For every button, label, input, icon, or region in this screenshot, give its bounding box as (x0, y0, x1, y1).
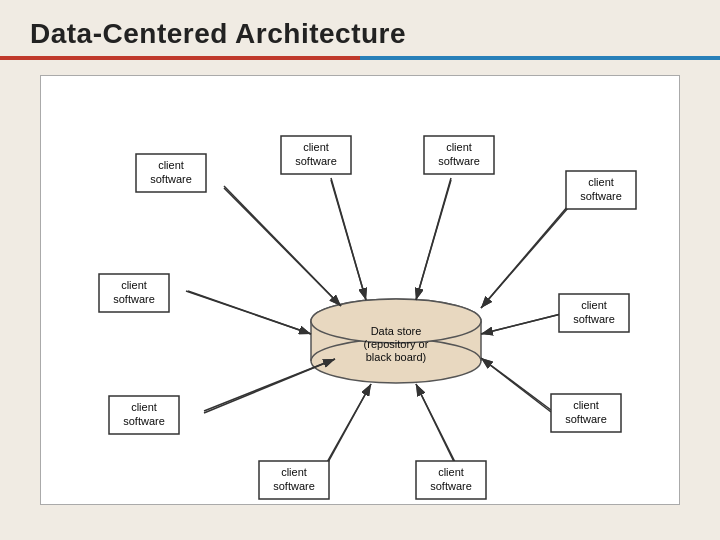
client-label-top-center-left2: software (295, 155, 337, 167)
client-label-top-left: client (158, 159, 184, 171)
svg-line-17 (416, 384, 456, 466)
client-label-bot-center-right2: software (430, 480, 472, 492)
datastore-label: Data store (371, 325, 422, 337)
client-label-bot-center-right: client (438, 466, 464, 478)
svg-line-12 (188, 291, 311, 334)
client-label-top-right2: software (580, 190, 622, 202)
client-label-top-center-left: client (303, 141, 329, 153)
client-label-mid-right2: software (573, 313, 615, 325)
slide: Data-Centered Architecture (0, 0, 720, 540)
client-label-top-left2: software (150, 173, 192, 185)
client-label-top-center-right: client (446, 141, 472, 153)
svg-line-13 (481, 314, 561, 334)
client-label-bot-right: client (573, 399, 599, 411)
slide-title: Data-Centered Architecture (30, 18, 690, 50)
client-label-top-right: client (588, 176, 614, 188)
content-area: Data store (repository or black board) (0, 60, 720, 520)
client-label-bot-left2: software (123, 415, 165, 427)
architecture-diagram: Data store (repository or black board) (41, 76, 681, 506)
svg-line-14 (204, 359, 335, 413)
client-label-mid-left: client (121, 279, 147, 291)
datastore-label3: black board) (366, 351, 427, 363)
diagram-container: Data store (repository or black board) (40, 75, 680, 505)
client-label-bot-center-left: client (281, 466, 307, 478)
svg-line-8 (224, 188, 341, 306)
client-label-bot-left: client (131, 401, 157, 413)
svg-line-15 (481, 358, 551, 412)
svg-line-16 (326, 384, 371, 466)
svg-line-9 (331, 180, 366, 300)
client-label-bot-center-left2: software (273, 480, 315, 492)
client-label-mid-right: client (581, 299, 607, 311)
slide-header: Data-Centered Architecture (0, 0, 720, 60)
svg-line-11 (481, 208, 568, 308)
datastore-label2: (repository or (364, 338, 429, 350)
svg-line-10 (416, 180, 451, 300)
client-label-top-center-right2: software (438, 155, 480, 167)
client-label-mid-left2: software (113, 293, 155, 305)
client-label-bot-right2: software (565, 413, 607, 425)
